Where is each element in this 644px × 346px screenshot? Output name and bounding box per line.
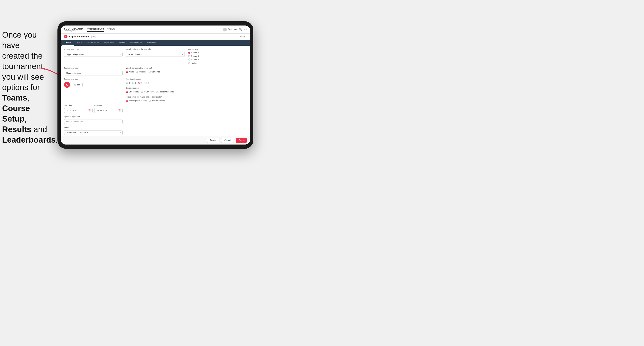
format-5count4-radio[interactable] <box>188 52 190 54</box>
tournament-logo-section: Tournament logo C Upload <box>64 78 122 102</box>
division-input[interactable]: NCAA Division III ▾ <box>126 52 184 57</box>
rounds-3[interactable]: 3 <box>138 82 142 84</box>
tab-coursesetup[interactable]: Course Setup <box>84 40 101 46</box>
start-date-section: Start date Jan 21, 2024 📅 <box>64 104 92 113</box>
logo-title: SCOREBOARD <box>64 27 83 30</box>
gender-combined-radio[interactable] <box>148 71 151 73</box>
dropdown-arrow-icon: ▾ <box>120 53 121 55</box>
rounds-2-radio[interactable] <box>132 82 134 84</box>
spacer5 <box>126 115 184 124</box>
tournament-name-section: Tournament name Clippd Invitational <box>64 67 122 75</box>
teams-individuals-radio[interactable] <box>149 100 151 102</box>
tournament-header: C Clippd Invitational (Men) Cancel X <box>61 34 250 40</box>
teams-individuals-label: Is this event for Teams and/or Individua… <box>126 96 184 98</box>
tab-results[interactable]: Results <box>116 40 128 46</box>
gender-womens[interactable]: Womens <box>136 71 146 73</box>
bottom-bar: Delete Cancel Save <box>61 136 250 145</box>
format-other-row: Other <box>188 62 247 64</box>
tab-printables[interactable]: Printables <box>145 40 158 46</box>
teams-teams[interactable]: Teams (+Individuals) <box>126 100 147 102</box>
instruction-text: Once you have created the tournament, yo… <box>0 30 50 145</box>
tournament-name-label: Tournament name <box>64 67 122 69</box>
tab-leaderboards[interactable]: Leaderboards <box>128 40 145 46</box>
spacer1 <box>188 67 247 75</box>
format-other-radio[interactable] <box>188 62 190 64</box>
gender-womens-radio[interactable] <box>136 71 138 73</box>
gender-combined[interactable]: Combined <box>148 71 160 73</box>
format-6count4-label: 6 count 4 <box>191 55 199 57</box>
gender-mens-radio[interactable] <box>126 71 128 73</box>
cancel-button[interactable]: Cancel <box>221 138 234 143</box>
rounds-4-radio[interactable] <box>144 82 147 84</box>
tournament-host-section: Tournament Host Clippd College - Men ▾ <box>64 48 122 64</box>
format-5count4[interactable]: 5 count 4 <box>188 52 247 54</box>
format-6count4[interactable]: 6 count 4 <box>188 55 247 57</box>
start-date-input[interactable]: Jan 21, 2024 📅 <box>64 108 92 113</box>
rounds-1[interactable]: 1 <box>126 82 130 84</box>
venue-label: Venue <box>64 127 122 129</box>
delete-button[interactable]: Delete <box>207 138 220 143</box>
scoring-matchplay[interactable]: Match Play <box>141 91 154 93</box>
scoring-strokeplay-radio[interactable] <box>126 91 128 93</box>
format-other-label: Other <box>192 62 197 64</box>
logo-upload-area: C Upload <box>64 82 122 88</box>
rounds-4[interactable]: 4 <box>144 82 148 84</box>
nav-teams[interactable]: TEAMS <box>107 27 114 32</box>
tournament-host-input[interactable]: Clippd College - Men ▾ <box>64 52 122 57</box>
gender-mens[interactable]: Mens <box>126 71 134 73</box>
gender-section: Which gender is the event for? Mens Wome… <box>126 67 184 75</box>
scoring-medal-radio[interactable] <box>156 91 158 93</box>
user-label[interactable]: Test User | Sign out <box>228 28 247 31</box>
format-type-section: Format type 5 count 4 6 count 4 6 count … <box>188 48 247 64</box>
save-button[interactable]: Save <box>236 138 247 143</box>
sponsor-label: Sponsor (optional) <box>64 115 122 118</box>
venue-section: Venue Peachtree GC - Atlanta - GA ▾ <box>64 127 122 135</box>
end-date-label: End date <box>94 104 123 107</box>
tab-teegroups[interactable]: Tee Groups <box>101 40 116 46</box>
format-6count4-radio[interactable] <box>188 55 190 57</box>
end-date-input[interactable]: Jan 23, 2024 📅 <box>94 108 123 113</box>
division-label: Which division is the event for? <box>126 48 184 50</box>
main-content: Tournament Host Clippd College - Men ▾ W… <box>61 46 250 136</box>
scoring-medal[interactable]: Medal Match Play <box>156 91 174 93</box>
logo-sub: Powered by clippd <box>64 30 83 31</box>
bold-coursesetup: Course Setup <box>2 104 30 123</box>
rounds-1-radio[interactable] <box>126 82 128 84</box>
start-date-label: Start date <box>64 104 92 107</box>
scoring-matchplay-radio[interactable] <box>141 91 143 93</box>
gender-radio-group: Mens Womens Combined <box>126 71 184 73</box>
upload-button[interactable]: Upload <box>72 83 82 87</box>
tournament-name-input[interactable]: Clippd Invitational <box>64 71 122 75</box>
sponsor-input[interactable] <box>64 119 122 124</box>
teams-teams-radio[interactable] <box>126 100 128 102</box>
tournament-host-label: Tournament Host <box>64 48 122 50</box>
nav-links: TOURNAMENTS TEAMS <box>87 27 223 32</box>
logo-icon: C <box>64 82 70 88</box>
scoring-strokeplay[interactable]: Stroke Play <box>126 91 139 93</box>
user-area: Test User | Sign out <box>223 28 247 31</box>
gender-label: Which gender is the event for? <box>126 67 184 69</box>
rounds-3-radio[interactable] <box>138 82 140 84</box>
spacer4 <box>188 104 247 113</box>
rounds-2[interactable]: 2 <box>132 82 136 84</box>
tab-details[interactable]: Details <box>62 40 74 46</box>
sponsor-section: Sponsor (optional) <box>64 115 122 124</box>
cancel-header-button[interactable]: Cancel X <box>238 35 247 38</box>
logo-area: SCOREBOARD Powered by clippd <box>64 27 83 31</box>
calendar-icon2: 📅 <box>118 109 121 112</box>
format-6count5-radio[interactable] <box>188 58 190 61</box>
division-section: Which division is the event for? NCAA Di… <box>126 48 184 64</box>
rounds-radio-group: 1 2 3 4 <box>126 82 184 84</box>
tab-bar: Details Teams Course Setup Tee Groups Re… <box>61 40 250 46</box>
format-6count5-label: 6 count 5 <box>191 58 199 61</box>
spacer6 <box>188 115 247 124</box>
tournament-logo-label: Tournament logo <box>64 78 122 80</box>
teams-individuals[interactable]: Individuals Only <box>149 100 165 102</box>
format-6count5[interactable]: 6 count 5 <box>188 58 247 61</box>
nav-tournaments[interactable]: TOURNAMENTS <box>87 27 104 32</box>
tab-teams[interactable]: Teams <box>74 40 85 46</box>
tablet-screen: SCOREBOARD Powered by clippd TOURNAMENTS… <box>61 25 250 145</box>
venue-input[interactable]: Peachtree GC - Atlanta - GA ▾ <box>64 130 122 135</box>
format-5count4-label: 5 count 4 <box>191 52 199 54</box>
top-nav: SCOREBOARD Powered by clippd TOURNAMENTS… <box>61 25 250 34</box>
